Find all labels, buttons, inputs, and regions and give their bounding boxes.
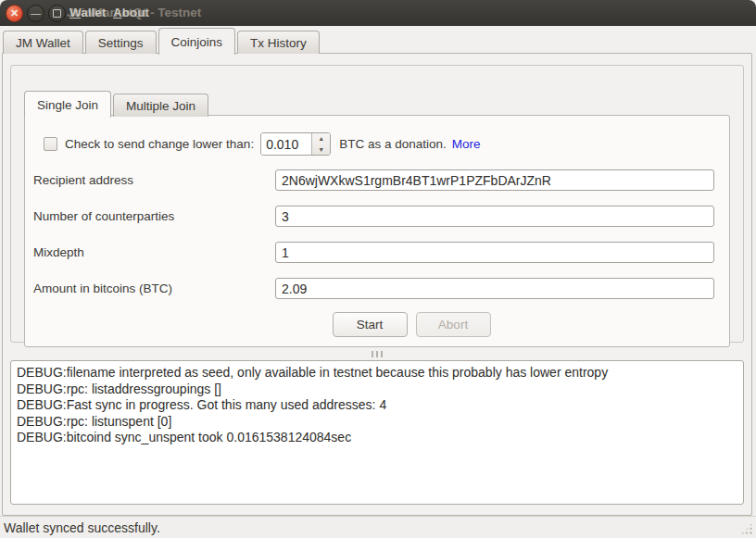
donation-checkbox[interactable] <box>44 137 57 151</box>
menu-wallet[interactable]: Wallet <box>69 6 106 19</box>
spinner-up-icon[interactable]: ▲ <box>312 133 330 144</box>
log-line: DEBUG:bitcoind sync_unspent took 0.01615… <box>17 430 737 446</box>
status-message: Wallet synced successfully. <box>4 520 160 535</box>
tab-multiple-join[interactable]: Multiple Join <box>113 94 208 117</box>
close-button[interactable]: ✕ <box>6 5 23 22</box>
tab-single-join[interactable]: Single Join <box>24 91 111 118</box>
abort-button[interactable]: Abort <box>416 312 491 337</box>
log-line: DEBUG:rpc: listunspent [0] <box>17 414 737 431</box>
debug-log[interactable]: DEBUG:filename interpreted as seed, only… <box>10 360 744 505</box>
tab-settings[interactable]: Settings <box>85 31 157 54</box>
more-link[interactable]: More <box>452 137 481 151</box>
spinner-buttons: ▲ ▼ <box>311 133 330 155</box>
donation-suffix-label: BTC as a donation. <box>339 137 447 151</box>
recipient-address-label: Recipient address <box>33 173 275 187</box>
splitter-handle[interactable] <box>3 348 751 359</box>
coinjoins-panel: Single Join Multiple Join Check to send … <box>2 53 752 516</box>
donation-amount-input[interactable] <box>261 133 311 155</box>
log-line: DEBUG:Fast sync in progress. Got this ma… <box>17 397 737 414</box>
titlebar[interactable]: ✕ — JoinMarketQt - Testnet Wallet About <box>0 0 756 26</box>
tab-tx-history[interactable]: Tx History <box>237 31 320 54</box>
mixdepth-input[interactable] <box>275 242 714 263</box>
form-row-counterparties: Number of counterparties <box>25 198 729 234</box>
amount-input[interactable] <box>275 278 714 299</box>
resize-grip-icon[interactable] <box>740 522 753 535</box>
form-row-amount: Amount in bitcoins (BTC) <box>25 270 729 307</box>
recipient-address-input[interactable] <box>275 169 714 191</box>
log-line: DEBUG:filename interpreted as seed, only… <box>17 365 737 382</box>
statusbar: Wallet synced successfully. <box>0 516 756 538</box>
maximize-icon <box>53 9 61 18</box>
menu-about[interactable]: About <box>113 6 149 19</box>
coinjoin-groupbox: Single Join Multiple Join Check to send … <box>10 65 744 343</box>
counterparties-input[interactable] <box>275 206 714 227</box>
form-row-recipient: Recipient address <box>25 162 729 198</box>
spinner-down-icon[interactable]: ▼ <box>312 144 330 156</box>
minimize-button[interactable]: — <box>27 5 44 22</box>
app-window: ✕ — JoinMarketQt - Testnet Wallet About … <box>0 0 756 538</box>
form-row-mixdepth: Mixdepth <box>25 234 729 270</box>
start-button[interactable]: Start <box>333 312 408 337</box>
mixdepth-label: Mixdepth <box>33 245 275 259</box>
action-button-row: Start Abort <box>25 307 729 343</box>
tab-jm-wallet[interactable]: JM Wallet <box>3 31 83 54</box>
main-tabbar: JM Wallet Settings Coinjoins Tx History <box>3 26 321 54</box>
donation-amount-spinbox[interactable]: ▲ ▼ <box>260 132 331 156</box>
maximize-button[interactable] <box>48 5 66 22</box>
amount-label: Amount in bitcoins (BTC) <box>33 282 275 295</box>
donation-checkbox-label: Check to send change lower than: <box>65 137 254 151</box>
counterparties-label: Number of counterparties <box>33 209 275 223</box>
single-join-panel: Check to send change lower than: ▲ ▼ BTC… <box>24 115 730 347</box>
log-line: DEBUG:rpc: listaddressgroupings [] <box>17 382 737 398</box>
tab-coinjoins[interactable]: Coinjoins <box>158 28 236 55</box>
donation-row: Check to send change lower than: ▲ ▼ BTC… <box>25 126 729 162</box>
coinjoin-tabbar: Single Join Multiple Join <box>24 89 210 117</box>
